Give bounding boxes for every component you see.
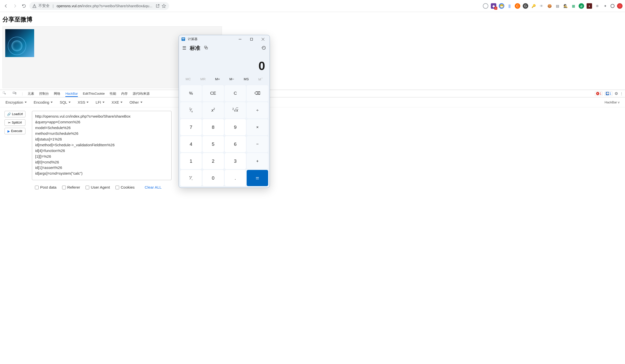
- ext-circle-icon[interactable]: [483, 3, 488, 9]
- ext-pause-icon[interactable]: ||: [507, 3, 512, 9]
- ext-grid-icon[interactable]: ▦: [571, 3, 576, 9]
- mem-mplus[interactable]: M+: [213, 76, 222, 82]
- ext-lib-icon[interactable]: ▤: [555, 3, 560, 9]
- tab-performance[interactable]: 性能: [110, 90, 116, 97]
- share-icon[interactable]: [156, 4, 160, 8]
- ext-sun-icon[interactable]: ❋: [595, 3, 600, 9]
- key-reciprocal[interactable]: 1⁄x: [180, 102, 202, 118]
- ext-orange-icon[interactable]: C: [515, 3, 520, 9]
- referer-checkbox[interactable]: Referer: [62, 185, 80, 190]
- split-url-button[interactable]: ✂SplitUrl: [4, 119, 25, 126]
- menu-sql[interactable]: SQL: [60, 100, 71, 104]
- keep-on-top-icon[interactable]: [204, 45, 208, 51]
- close-button[interactable]: [257, 35, 269, 43]
- history-icon[interactable]: [261, 45, 266, 51]
- ext-puzzle-icon[interactable]: ✦: [603, 3, 608, 9]
- settings-icon[interactable]: ⚙: [615, 91, 618, 96]
- key-multiply[interactable]: ×: [247, 119, 268, 135]
- key-4[interactable]: 4: [180, 136, 202, 152]
- error-badge[interactable]: ✕1: [595, 91, 603, 96]
- tab-sources[interactable]: 源代码/来源: [133, 90, 150, 97]
- mem-mminus[interactable]: M−: [227, 76, 236, 82]
- key-sqrt[interactable]: 2√x: [225, 102, 246, 118]
- load-url-button[interactable]: 🔗LoadUrl: [4, 111, 25, 117]
- ext-square-icon[interactable]: [611, 4, 615, 8]
- ext-mask-icon[interactable]: 😷: [499, 3, 504, 9]
- key-2[interactable]: 2: [203, 153, 224, 169]
- key-9[interactable]: 9: [225, 119, 246, 135]
- key-3[interactable]: 3: [225, 153, 246, 169]
- key-8[interactable]: 8: [203, 119, 224, 135]
- tab-editcookie[interactable]: EditThisCookie: [83, 90, 104, 97]
- ext-badge-icon[interactable]: ◆3: [491, 3, 496, 9]
- cookies-checkbox[interactable]: Cookies: [115, 185, 135, 190]
- key-divide[interactable]: ÷: [247, 102, 268, 118]
- key-0[interactable]: 0: [203, 170, 224, 186]
- payload-textarea[interactable]: [32, 111, 172, 180]
- menu-xss[interactable]: XSS: [78, 100, 89, 104]
- menu-xxe[interactable]: XXE: [111, 100, 122, 104]
- ext-green-icon[interactable]: ⌀: [579, 3, 584, 9]
- post-data-checkbox[interactable]: Post data: [35, 185, 57, 190]
- key-percent[interactable]: %: [180, 85, 202, 101]
- tab-hackbar[interactable]: HackBar: [65, 90, 78, 97]
- tab-memory[interactable]: 内存: [121, 90, 128, 97]
- inspect-icon[interactable]: [2, 91, 7, 96]
- svg-point-10: [182, 40, 183, 40]
- back-button[interactable]: [2, 2, 9, 9]
- share-thumbnail[interactable]: [5, 29, 34, 57]
- minimize-button[interactable]: [234, 35, 246, 43]
- calculator-title: 计算器: [188, 37, 198, 41]
- menu-lfi[interactable]: LFI: [96, 100, 104, 104]
- execute-button[interactable]: ▶Execute: [4, 128, 25, 134]
- menu-other[interactable]: Other: [129, 100, 142, 104]
- more-icon[interactable]: ⋮: [620, 92, 623, 95]
- svg-point-8: [183, 39, 184, 40]
- menu-encryption[interactable]: Encryption: [5, 100, 27, 104]
- tab-network[interactable]: 网络: [54, 90, 60, 97]
- key-minus[interactable]: −: [247, 136, 268, 152]
- profile-avatar[interactable]: [617, 3, 623, 9]
- tab-elements[interactable]: 元素: [28, 90, 34, 97]
- star-icon[interactable]: [162, 4, 166, 8]
- hackbar-version: HackBar v: [605, 100, 620, 104]
- ext-g-icon[interactable]: G: [523, 3, 528, 9]
- key-1[interactable]: 1: [180, 153, 202, 169]
- message-badge[interactable]: 💬1: [605, 91, 613, 96]
- tab-console[interactable]: 控制台: [39, 90, 49, 97]
- ext-key-icon[interactable]: 🔑: [531, 3, 536, 9]
- key-6[interactable]: 6: [225, 136, 246, 152]
- calculator-titlebar[interactable]: 计算器: [179, 35, 270, 43]
- mem-mdown: M˅: [256, 76, 265, 82]
- maximize-button[interactable]: [246, 35, 257, 43]
- ext-eye-icon[interactable]: 👁: [539, 3, 544, 9]
- useragent-checkbox[interactable]: User Agent: [86, 185, 110, 190]
- key-plus[interactable]: +: [247, 153, 268, 169]
- hackbar-options: Post data Referer User Agent Cookies Cle…: [0, 184, 625, 190]
- ext-cookie-icon[interactable]: 🍪: [547, 3, 552, 9]
- key-square[interactable]: x2: [203, 102, 224, 118]
- reload-button[interactable]: [20, 2, 27, 9]
- mem-mc: MC: [184, 76, 193, 82]
- clear-all-link[interactable]: Clear ALL: [145, 185, 162, 190]
- menu-encoding[interactable]: Encoding: [34, 100, 53, 104]
- ext-dark-icon[interactable]: ▪: [587, 3, 592, 9]
- ext-incognito-icon[interactable]: 🕵️: [563, 3, 568, 9]
- key-equals[interactable]: =: [247, 170, 268, 186]
- svg-point-11: [183, 40, 184, 40]
- device-icon[interactable]: [12, 91, 17, 96]
- key-5[interactable]: 5: [203, 136, 224, 152]
- key-c[interactable]: C: [225, 85, 246, 101]
- key-decimal[interactable]: .: [225, 170, 246, 186]
- address-bar[interactable]: 不安全 | opensns.vul.cn/index.php?s=weibo/S…: [29, 2, 169, 10]
- mem-ms[interactable]: MS: [242, 76, 251, 82]
- devtools-tabbar: | 元素 控制台 网络 HackBar EditThisCookie 性能 内存…: [0, 90, 625, 97]
- key-negate[interactable]: +⁄−: [180, 170, 202, 186]
- key-backspace[interactable]: ⌫: [247, 85, 268, 101]
- forward-button[interactable]: [11, 2, 18, 9]
- key-7[interactable]: 7: [180, 119, 202, 135]
- hamburger-icon[interactable]: ☰: [182, 45, 186, 51]
- svg-rect-14: [250, 38, 253, 40]
- key-ce[interactable]: CE: [203, 85, 224, 101]
- svg-rect-6: [182, 38, 185, 39]
